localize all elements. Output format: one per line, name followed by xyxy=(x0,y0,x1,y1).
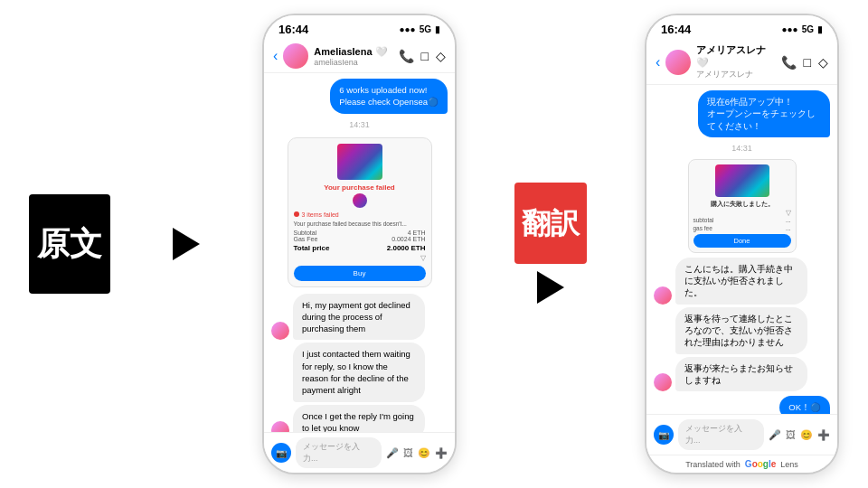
purchase-card-row: Your purchase failed 3 items failed Your… xyxy=(271,136,448,289)
tag-icon-left[interactable]: ◇ xyxy=(436,49,446,63)
sent-text-1a: 6 works uploaded now! xyxy=(339,84,439,96)
purchase-total-row: Total price 2.0000 ETH xyxy=(294,244,426,252)
nav-name-left: AmeliasIena 🤍 xyxy=(314,46,392,58)
network-icon-right: 5G xyxy=(802,24,814,34)
warn-sub-text: Your purchase failed because this doesn'… xyxy=(294,221,426,227)
funnel-icon-row: ▽ xyxy=(294,254,426,262)
input-bar-right: 📷 メッセージを入力... 🎤 🖼 😊 ➕ xyxy=(646,414,837,455)
mic-icon-right[interactable]: 🎤 xyxy=(769,429,781,441)
right-arrow xyxy=(533,269,569,305)
status-bar-left: 16:44 ●●● 5G ▮ xyxy=(264,15,455,40)
nav-name-right: アメリアスレナ 🤍 xyxy=(696,43,775,69)
sent-ok-jp-row: OK！🔵 xyxy=(654,396,830,414)
google-lens-bar: Translated with Google Lens xyxy=(646,455,837,473)
received-jp-bubble-3: 返事が来たらまたお知らせしますね xyxy=(675,357,807,392)
subtotal-val: 4 ETH xyxy=(408,230,426,236)
chat-area-left: 6 works uploaded now! Please check Opens… xyxy=(264,73,455,432)
received-row-2: I just contacted them waiting for reply,… xyxy=(271,343,448,401)
purchase-card: Your purchase failed 3 items failed Your… xyxy=(288,137,432,287)
camera-button-right[interactable]: 📷 xyxy=(654,425,674,445)
status-bar-right: 16:44 ●●● 5G ▮ xyxy=(646,15,837,40)
purchase-card-right-row: 購入に失敗しました。 ▽ subtotal... gas fee... Done xyxy=(654,159,830,253)
input-icons-right[interactable]: 🎤 🖼 😊 ➕ xyxy=(769,429,830,441)
message-input-left[interactable]: メッセージを入力... xyxy=(296,437,382,468)
received-bubble-1: Hi, my payment got declined during the p… xyxy=(293,294,425,341)
sent-jp-text-1b: オープンシーをチェックしてください！ xyxy=(707,108,821,132)
video-icon-left[interactable]: □ xyxy=(421,49,429,63)
plus-icon-right[interactable]: ➕ xyxy=(817,429,830,441)
purchase-card-right: 購入に失敗しました。 ▽ subtotal... gas fee... Done xyxy=(688,159,797,253)
status-icons-right: ●●● 5G ▮ xyxy=(782,24,823,34)
camera-button-left[interactable]: 📷 xyxy=(271,443,291,463)
warn-text: 3 items failed xyxy=(302,211,339,218)
phone-icon-left[interactable]: 📞 xyxy=(399,49,414,63)
chat-area-right: 現在6作品アップ中！ オープンシーをチェックしてください！ 14:31 購入に失… xyxy=(646,85,837,414)
translate-label-box: 翻訳 xyxy=(514,183,587,264)
purchase-warn: 3 items failed xyxy=(294,211,426,218)
total-val: 2.0000 ETH xyxy=(387,244,426,252)
input-icons-left[interactable]: 🎤 🖼 😊 ➕ xyxy=(386,447,448,459)
network-icon-left: 5G xyxy=(420,24,431,34)
warn-dot xyxy=(294,211,299,217)
received-jp-group: こんにちは。購入手続き中に支払いが拒否されました。 返事を待って連絡したところな… xyxy=(654,258,830,391)
received-bubble-3: Once I get the reply I'm going to let yo… xyxy=(293,405,425,432)
received-jp-avatar-1 xyxy=(654,286,672,305)
purchase-icon xyxy=(353,193,367,208)
nav-icons-left[interactable]: 📞 □ ◇ xyxy=(399,49,446,63)
sent-jp-text-1a: 現在6作品アップ中！ xyxy=(707,96,821,108)
purchase-btn-right[interactable]: Done xyxy=(693,234,791,248)
phone-icon-right[interactable]: 📞 xyxy=(781,55,797,70)
received-group-1: Hi, my payment got declined during the p… xyxy=(271,294,448,432)
emoji-icon-left[interactable]: 😊 xyxy=(418,447,430,459)
purchase-btn[interactable]: Buy xyxy=(294,266,426,281)
sent-ok-jp-bubble: OK！🔵 xyxy=(779,396,830,414)
received-row-1: Hi, my payment got declined during the p… xyxy=(271,294,448,341)
emoji-icon-right[interactable]: 😊 xyxy=(800,429,813,441)
translated-with-text: Translated with xyxy=(685,460,741,469)
purchase-img-right xyxy=(715,164,769,197)
purchase-gas-row: Gas Fee 0.0024 ETH xyxy=(294,236,426,242)
status-icons-left: ●●● 5G ▮ xyxy=(400,24,440,34)
received-jp-avatar-2 xyxy=(654,373,672,391)
received-avatar-2 xyxy=(271,421,289,432)
google-lens-logo: Google xyxy=(745,459,776,469)
back-arrow-right[interactable]: ‹ xyxy=(656,54,660,70)
image-icon-right[interactable]: 🖼 xyxy=(786,429,796,441)
received-row-3: Once I get the reply I'm going to let yo… xyxy=(271,405,448,432)
gas-val: 0.0024 ETH xyxy=(392,236,425,242)
translate-label-text: 翻訳 xyxy=(522,206,580,240)
sent-jp-bubble-1: 現在6作品アップ中！ オープンシーをチェックしてください！ xyxy=(698,90,830,137)
received-jp-row-3: 返事が来たらまたお知らせしますね xyxy=(654,357,830,392)
phone-translated: 16:44 ●●● 5G ▮ ‹ アメリアスレナ 🤍 アメリアスレナ 📞 □ ◇ xyxy=(645,14,839,474)
nav-avatar-left xyxy=(283,43,308,69)
nav-avatar-right xyxy=(665,50,691,75)
mic-icon-left[interactable]: 🎤 xyxy=(386,447,399,459)
purchase-subtotal-row: Subtotal 4 ETH xyxy=(294,230,426,236)
purchase-title: Your purchase failed xyxy=(294,183,426,192)
funnel-row-right: ▽ xyxy=(693,209,791,217)
arrow-right-shape-2 xyxy=(537,271,564,304)
video-icon-right[interactable]: □ xyxy=(804,55,811,70)
sent-bubble-row-1: 6 works uploaded now! Please check Opens… xyxy=(271,79,448,114)
back-arrow-left[interactable]: ‹ xyxy=(273,48,278,64)
received-jp-row-2: 返事を待って連絡したところなので、支払いが拒否された理由はわかりません xyxy=(654,307,830,354)
purchase-item-1: subtotal... xyxy=(693,217,791,223)
received-jp-row-1: こんにちは。購入手続き中に支払いが拒否されました。 xyxy=(654,258,830,305)
plus-icon-left[interactable]: ➕ xyxy=(435,447,448,459)
gas-label: Gas Fee xyxy=(294,236,318,242)
subtotal-label: Subtotal xyxy=(294,230,317,236)
status-time-right: 16:44 xyxy=(661,23,691,36)
arrow-right-shape xyxy=(173,228,200,260)
image-icon-left[interactable]: 🖼 xyxy=(403,447,413,459)
tag-icon-right[interactable]: ◇ xyxy=(818,55,828,70)
nav-bar-right: ‹ アメリアスレナ 🤍 アメリアスレナ 📞 □ ◇ xyxy=(646,40,837,85)
timestamp-1: 14:31 xyxy=(271,120,448,129)
lens-text: Lens xyxy=(780,460,798,469)
original-label-text: 原文 xyxy=(37,224,102,263)
timestamp-right-1: 14:31 xyxy=(654,144,830,153)
phone-original: 16:44 ●●● 5G ▮ ‹ AmeliasIena 🤍 ameliasIe… xyxy=(262,14,457,474)
message-input-right[interactable]: メッセージを入力... xyxy=(678,419,764,450)
purchase-card-image xyxy=(337,144,382,180)
nav-icons-right[interactable]: 📞 □ ◇ xyxy=(781,55,828,70)
received-jp-bubble-2: 返事を待って連絡したところなので、支払いが拒否された理由はわかりません xyxy=(675,307,807,354)
